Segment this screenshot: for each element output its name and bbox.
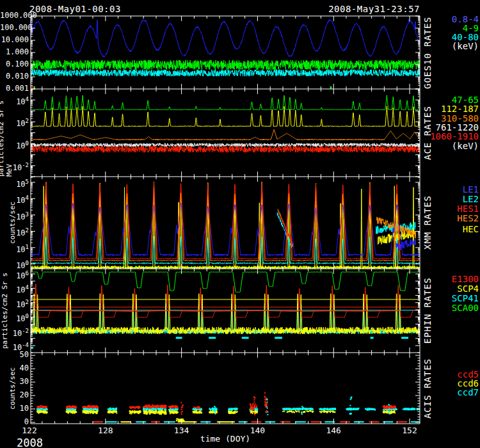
series-goes10-4-9 [29, 60, 427, 70]
x-tick-label: 134 [163, 426, 201, 435]
series-xmm-HES1 [29, 182, 427, 259]
legend-ace-(keV): (keV) [422, 141, 479, 150]
legend-xmm-LE1: LE1 [422, 185, 479, 194]
y-tick-label: 0.010 [0, 72, 29, 81]
y-tick-label: 106 [0, 269, 29, 280]
y-axis-unit-ephin: particles/cm2 Sr s [0, 269, 10, 353]
y-tick-label: 10 [0, 404, 29, 413]
legend-goes10-(keV): (keV) [422, 42, 479, 51]
series-ace-47-65 [29, 95, 427, 110]
x-tick-label: 140 [238, 426, 276, 435]
y-tick-label: 1.000 [0, 48, 29, 56]
legend-goes10-4-9: 4-9 [422, 24, 479, 33]
x-tick-label: 146 [314, 426, 353, 435]
legend-xmm-HES2: HES2 [422, 214, 479, 223]
legend-ephin-SCP4: SCP4 [422, 284, 479, 293]
legend-goes10-0.8-4: 0.8-4 [422, 15, 479, 24]
y-tick-label: 50 [0, 351, 29, 359]
series-ace-761-1220 [29, 143, 427, 147]
y-tick-label: 10.000 [0, 36, 29, 44]
series-ace-310-580 [29, 129, 427, 140]
y-tick-label: 104 [0, 194, 29, 205]
x-tick-label: 122 [10, 426, 49, 435]
y-tick-label: 103 [0, 211, 29, 221]
series-ace-1060-1910 [29, 146, 427, 152]
y-tick-label: 102 [0, 227, 29, 237]
series-goes10-0.8-4 [29, 19, 427, 57]
legend-xmm-HEC: HEC [422, 225, 479, 234]
y-tick-label: 104 [0, 284, 29, 294]
y-tick-label: 1000.000 [0, 12, 29, 20]
panel-ace-data [29, 95, 427, 153]
y-tick-label: 0.100 [0, 60, 29, 68]
panel-xmm-data [29, 182, 427, 270]
y-axis-unit-acis: counts/sec [8, 353, 17, 424]
series-goes10-40-80 [29, 70, 427, 77]
legend-acis-ccd6: ccd6 [422, 379, 479, 388]
x-tick-label: 128 [86, 426, 125, 435]
year-label: 2008 [17, 436, 43, 448]
legend-ace-112-187: 112-187 [422, 104, 479, 113]
legend-ace-310-580: 310-580 [422, 114, 479, 123]
y-tick-label: 102 [0, 117, 29, 128]
legend-xmm-LE2: LE2 [422, 195, 479, 204]
end-datetime-label: 2008-May31-23:57 [328, 4, 420, 14]
y-tick-label: 101 [0, 243, 29, 254]
y-tick-label: 40 [0, 364, 29, 372]
legend-xmm-HES1: HES1 [422, 204, 479, 213]
legend-ephin-SCA00: SCA00 [422, 303, 479, 312]
y-tick-label: 105 [0, 178, 29, 189]
legend-ace-761-1220: 761-1220 [422, 123, 479, 132]
legend-ephin-SCP41: SCP41 [422, 294, 479, 303]
start-datetime-label: 2008-May01-00:03 [29, 4, 121, 14]
legend-goes10-40-80: 40-80 [422, 33, 479, 42]
series-acis-ccd6 [36, 409, 396, 422]
legend-acis-ccd7: ccd7 [422, 388, 479, 397]
y-tick-label: 104 [0, 95, 29, 106]
series-ephin-SCA00 [29, 272, 427, 292]
y-axis-unit-xmm: counts/sec [8, 177, 17, 269]
y-tick-label: 100 [0, 312, 29, 323]
y-tick-label: 20 [0, 391, 29, 399]
y-tick-label: 100 [0, 140, 29, 150]
legend-ace-47-65: 47-65 [422, 95, 479, 104]
panel-goes10-data [29, 19, 427, 88]
plot-canvas [0, 0, 480, 448]
series-acis-ccd7 [36, 397, 425, 422]
y-tick-label: 30 [0, 378, 29, 386]
y-tick-label: 0 [0, 418, 29, 426]
legend-acis-ccd5: ccd5 [422, 370, 479, 379]
x-tick-label: 152 [390, 426, 429, 435]
legend-ephin-E1300: E1300 [422, 275, 479, 284]
y-tick-label: 10-2 [0, 161, 29, 172]
panel-acis-data [36, 392, 425, 422]
x-axis-title: time (DOY) [193, 434, 257, 444]
y-tick-label: 100.000 [0, 24, 29, 32]
y-tick-label: 102 [0, 298, 29, 309]
radiation-environment-plot: 2008-May01-00:03 2008-May31-23:57 time (… [0, 0, 480, 448]
panel-ephin-data [29, 272, 427, 348]
y-tick-label: 10-2 [0, 327, 29, 338]
legend-ace-1060-1910: 1060-1910 [422, 132, 479, 141]
